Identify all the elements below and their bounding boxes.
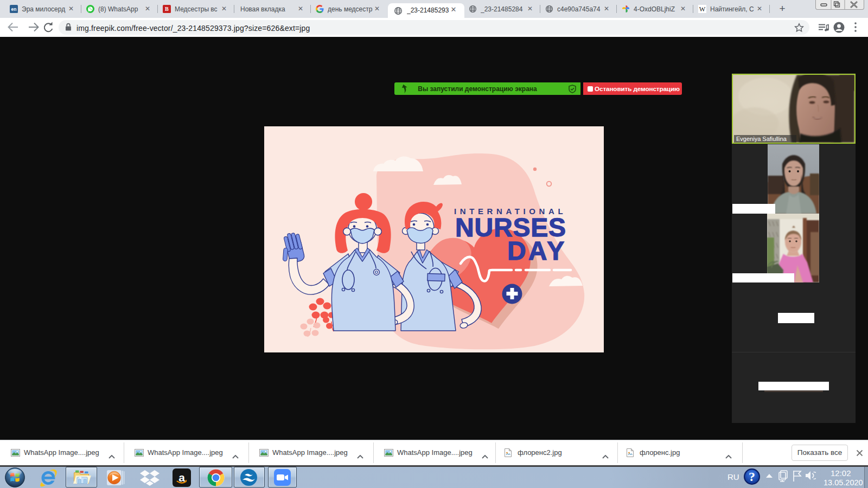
svg-text:В: В [165,6,169,12]
svg-text:?: ? [749,470,755,484]
svg-text:DAY: DAY [507,236,567,265]
svg-text:a: a [178,471,185,484]
svg-text:W: W [699,5,706,13]
svg-text:en: en [11,7,17,12]
